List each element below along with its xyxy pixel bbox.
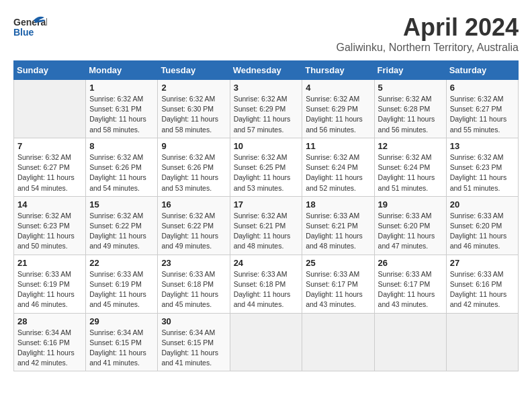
calendar-cell: 9Sunrise: 6:32 AMSunset: 6:26 PMDaylight…	[158, 138, 230, 196]
day-number: 17	[234, 199, 299, 210]
day-info: Sunrise: 6:34 AMSunset: 6:15 PMDaylight:…	[89, 328, 154, 369]
calendar-cell: 8Sunrise: 6:32 AMSunset: 6:26 PMDaylight…	[86, 138, 158, 196]
day-number: 21	[17, 258, 82, 268]
day-number: 18	[306, 199, 370, 210]
day-number: 12	[378, 141, 443, 151]
calendar-cell	[230, 313, 302, 371]
calendar-cell: 30Sunrise: 6:34 AMSunset: 6:15 PMDayligh…	[158, 313, 230, 371]
calendar-cell: 13Sunrise: 6:32 AMSunset: 6:23 PMDayligh…	[446, 138, 518, 196]
calendar-cell: 11Sunrise: 6:32 AMSunset: 6:24 PMDayligh…	[302, 138, 374, 196]
day-number: 25	[306, 258, 370, 268]
day-number: 13	[450, 141, 515, 151]
day-number: 6	[450, 83, 515, 93]
day-info: Sunrise: 6:32 AMSunset: 6:27 PMDaylight:…	[17, 152, 82, 193]
day-number: 5	[378, 83, 443, 93]
day-number: 11	[306, 141, 370, 151]
weekday-header-friday: Friday	[374, 61, 446, 80]
day-info: Sunrise: 6:32 AMSunset: 6:28 PMDaylight:…	[378, 94, 443, 135]
day-number: 16	[161, 199, 226, 210]
page-header: General Blue April 2024 Galiwinku, North…	[13, 13, 519, 54]
day-number: 20	[450, 199, 515, 210]
day-info: Sunrise: 6:34 AMSunset: 6:15 PMDaylight:…	[161, 328, 226, 369]
logo-icon: General Blue	[13, 13, 47, 46]
day-info: Sunrise: 6:32 AMSunset: 6:23 PMDaylight:…	[450, 152, 515, 193]
day-info: Sunrise: 6:32 AMSunset: 6:22 PMDaylight:…	[89, 211, 154, 252]
calendar-cell: 10Sunrise: 6:32 AMSunset: 6:25 PMDayligh…	[230, 138, 302, 196]
calendar-week-row: 1Sunrise: 6:32 AMSunset: 6:31 PMDaylight…	[14, 80, 519, 138]
calendar-cell: 21Sunrise: 6:33 AMSunset: 6:19 PMDayligh…	[14, 255, 86, 313]
day-number: 27	[450, 258, 515, 268]
calendar-cell: 19Sunrise: 6:33 AMSunset: 6:20 PMDayligh…	[374, 196, 446, 255]
calendar-cell: 28Sunrise: 6:34 AMSunset: 6:16 PMDayligh…	[14, 313, 86, 371]
calendar-cell: 5Sunrise: 6:32 AMSunset: 6:28 PMDaylight…	[374, 80, 446, 138]
day-info: Sunrise: 6:32 AMSunset: 6:31 PMDaylight:…	[89, 94, 154, 135]
calendar-cell: 27Sunrise: 6:33 AMSunset: 6:16 PMDayligh…	[446, 255, 518, 313]
calendar-cell: 7Sunrise: 6:32 AMSunset: 6:27 PMDaylight…	[14, 138, 86, 196]
day-info: Sunrise: 6:33 AMSunset: 6:17 PMDaylight:…	[306, 269, 370, 310]
weekday-header-wednesday: Wednesday	[230, 61, 302, 80]
day-info: Sunrise: 6:34 AMSunset: 6:16 PMDaylight:…	[17, 328, 82, 369]
day-number: 1	[89, 83, 154, 93]
calendar-cell: 20Sunrise: 6:33 AMSunset: 6:20 PMDayligh…	[446, 196, 518, 255]
day-info: Sunrise: 6:32 AMSunset: 6:21 PMDaylight:…	[234, 211, 299, 252]
day-info: Sunrise: 6:33 AMSunset: 6:18 PMDaylight:…	[234, 269, 299, 310]
day-number: 19	[378, 199, 443, 210]
day-info: Sunrise: 6:32 AMSunset: 6:29 PMDaylight:…	[306, 94, 370, 135]
day-info: Sunrise: 6:32 AMSunset: 6:24 PMDaylight:…	[378, 152, 443, 193]
weekday-header-monday: Monday	[86, 61, 158, 80]
calendar-cell: 29Sunrise: 6:34 AMSunset: 6:15 PMDayligh…	[86, 313, 158, 371]
weekday-header-saturday: Saturday	[446, 61, 518, 80]
calendar-cell: 25Sunrise: 6:33 AMSunset: 6:17 PMDayligh…	[302, 255, 374, 313]
calendar-cell: 15Sunrise: 6:32 AMSunset: 6:22 PMDayligh…	[86, 196, 158, 255]
day-number: 15	[89, 199, 154, 210]
calendar-cell	[374, 313, 446, 371]
day-number: 30	[161, 316, 226, 326]
calendar-cell: 26Sunrise: 6:33 AMSunset: 6:17 PMDayligh…	[374, 255, 446, 313]
day-info: Sunrise: 6:32 AMSunset: 6:27 PMDaylight:…	[450, 94, 515, 135]
calendar-cell: 14Sunrise: 6:32 AMSunset: 6:23 PMDayligh…	[14, 196, 86, 255]
calendar-cell: 4Sunrise: 6:32 AMSunset: 6:29 PMDaylight…	[302, 80, 374, 138]
calendar-week-row: 14Sunrise: 6:32 AMSunset: 6:23 PMDayligh…	[14, 196, 519, 255]
day-info: Sunrise: 6:32 AMSunset: 6:30 PMDaylight:…	[161, 94, 226, 135]
calendar-header-row: SundayMondayTuesdayWednesdayThursdayFrid…	[14, 61, 519, 80]
calendar-cell	[302, 313, 374, 371]
day-number: 10	[234, 141, 299, 151]
day-info: Sunrise: 6:32 AMSunset: 6:22 PMDaylight:…	[161, 211, 226, 252]
calendar-cell: 17Sunrise: 6:32 AMSunset: 6:21 PMDayligh…	[230, 196, 302, 255]
day-info: Sunrise: 6:33 AMSunset: 6:19 PMDaylight:…	[89, 269, 154, 310]
calendar-cell: 2Sunrise: 6:32 AMSunset: 6:30 PMDaylight…	[158, 80, 230, 138]
day-info: Sunrise: 6:32 AMSunset: 6:26 PMDaylight:…	[89, 152, 154, 193]
day-info: Sunrise: 6:33 AMSunset: 6:17 PMDaylight:…	[378, 269, 443, 310]
calendar-cell	[446, 313, 518, 371]
calendar-cell: 1Sunrise: 6:32 AMSunset: 6:31 PMDaylight…	[86, 80, 158, 138]
day-number: 29	[89, 316, 154, 326]
day-number: 26	[378, 258, 443, 268]
calendar-week-row: 7Sunrise: 6:32 AMSunset: 6:27 PMDaylight…	[14, 138, 519, 196]
calendar-cell: 22Sunrise: 6:33 AMSunset: 6:19 PMDayligh…	[86, 255, 158, 313]
day-number: 8	[89, 141, 154, 151]
calendar-cell	[14, 80, 86, 138]
svg-text:Blue: Blue	[13, 27, 34, 38]
logo: General Blue	[13, 13, 47, 46]
location-subtitle: Galiwinku, Northern Territory, Australia	[336, 42, 519, 54]
weekday-header-thursday: Thursday	[302, 61, 374, 80]
weekday-header-sunday: Sunday	[14, 61, 86, 80]
calendar-cell: 3Sunrise: 6:32 AMSunset: 6:29 PMDaylight…	[230, 80, 302, 138]
day-number: 28	[17, 316, 82, 326]
calendar-week-row: 28Sunrise: 6:34 AMSunset: 6:16 PMDayligh…	[14, 313, 519, 371]
day-number: 4	[306, 83, 370, 93]
day-info: Sunrise: 6:33 AMSunset: 6:20 PMDaylight:…	[450, 211, 515, 252]
day-info: Sunrise: 6:33 AMSunset: 6:21 PMDaylight:…	[306, 211, 370, 252]
calendar-cell: 23Sunrise: 6:33 AMSunset: 6:18 PMDayligh…	[158, 255, 230, 313]
day-number: 22	[89, 258, 154, 268]
day-number: 9	[161, 141, 226, 151]
calendar-cell: 18Sunrise: 6:33 AMSunset: 6:21 PMDayligh…	[302, 196, 374, 255]
day-info: Sunrise: 6:32 AMSunset: 6:23 PMDaylight:…	[17, 211, 82, 252]
day-info: Sunrise: 6:32 AMSunset: 6:24 PMDaylight:…	[306, 152, 370, 193]
calendar-table: SundayMondayTuesdayWednesdayThursdayFrid…	[13, 60, 519, 371]
day-number: 7	[17, 141, 82, 151]
day-info: Sunrise: 6:32 AMSunset: 6:25 PMDaylight:…	[234, 152, 299, 193]
weekday-header-tuesday: Tuesday	[158, 61, 230, 80]
day-info: Sunrise: 6:32 AMSunset: 6:26 PMDaylight:…	[161, 152, 226, 193]
day-number: 24	[234, 258, 299, 268]
